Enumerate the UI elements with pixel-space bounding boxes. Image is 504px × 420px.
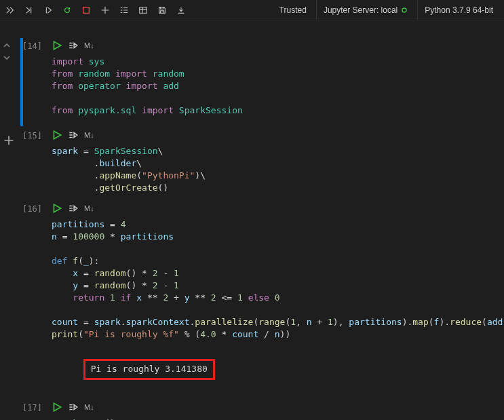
run-by-line-icon[interactable] [68,130,79,140]
kernel-status[interactable]: Python 3.7.9 64-bit [417,0,500,20]
execution-count: [15] [0,128,47,140]
code-cell[interactable]: [16] M↓ partitions = 4 n = 100000 * part… [0,201,504,393]
svg-point-2 [402,8,406,12]
run-cell-icon[interactable] [52,203,62,214]
cell-toolbar: M↓ [47,201,504,216]
code-editor[interactable]: import sys from random import random fro… [47,53,501,122]
code-editor[interactable]: partitions = 4 n = 100000 * partitions d… [47,216,504,346]
run-by-line-icon[interactable] [68,203,79,214]
interrupt-icon[interactable] [80,4,92,16]
notebook-body: [14] M↓ import sys from random import ra… [0,20,504,420]
run-all-icon[interactable] [4,4,16,16]
server-connected-icon [401,7,408,14]
run-above-icon[interactable] [23,4,35,16]
run-cell-icon[interactable] [52,40,62,51]
code-cell[interactable]: [14] M↓ import sys from random import ra… [0,38,504,126]
run-by-line-icon[interactable] [68,40,79,51]
trusted-label: Trusted [279,5,307,15]
variables-icon[interactable] [137,4,149,16]
svg-rect-0 [83,7,90,13]
markdown-toggle[interactable]: M↓ [84,131,94,139]
code-cell[interactable]: [15] M↓ spark = SparkSession\ .builder\ … [0,128,504,199]
kernel-label: Python 3.7.9 64-bit [425,5,493,15]
run-below-icon[interactable] [42,4,54,16]
chevron-up-icon[interactable] [2,41,12,50]
code-editor[interactable]: spark.stop() [47,415,501,420]
cell-toolbar: M↓ [47,38,501,53]
server-label: Jupyter Server: local [324,5,398,15]
notebook-toolbar: Trusted Jupyter Server: local Python 3.7… [0,0,504,20]
run-cell-icon[interactable] [52,402,62,413]
fold-gutter [2,39,12,62]
code-editor[interactable]: spark = SparkSession\ .builder\ .appName… [47,142,501,199]
execution-count: [17] [0,400,47,413]
execution-count: [16] [0,201,47,214]
output-highlight-box: Pi is roughly 3.141380 [83,359,215,380]
svg-rect-1 [140,7,147,13]
trusted-status[interactable]: Trusted [273,0,313,20]
cell-toolbar: M↓ [47,400,501,415]
chevron-down-icon[interactable] [2,53,12,62]
markdown-toggle[interactable]: M↓ [84,41,94,50]
save-icon[interactable] [156,4,168,16]
markdown-toggle[interactable]: M↓ [84,204,94,212]
export-icon[interactable] [175,4,187,16]
code-cell[interactable]: [17] M↓ spark.stop() [0,400,504,420]
cell-output: Pi is roughly 3.141380 [43,346,504,393]
cell-toolbar: M↓ [47,128,501,142]
clear-outputs-icon[interactable] [118,4,130,16]
restart-icon[interactable] [61,4,73,16]
add-cell-icon[interactable] [99,4,111,16]
markdown-toggle[interactable]: M↓ [84,403,94,411]
cell-selection-bar [20,38,23,126]
server-status[interactable]: Jupyter Server: local [316,0,414,20]
run-by-line-icon[interactable] [68,402,79,413]
run-cell-icon[interactable] [52,130,62,140]
